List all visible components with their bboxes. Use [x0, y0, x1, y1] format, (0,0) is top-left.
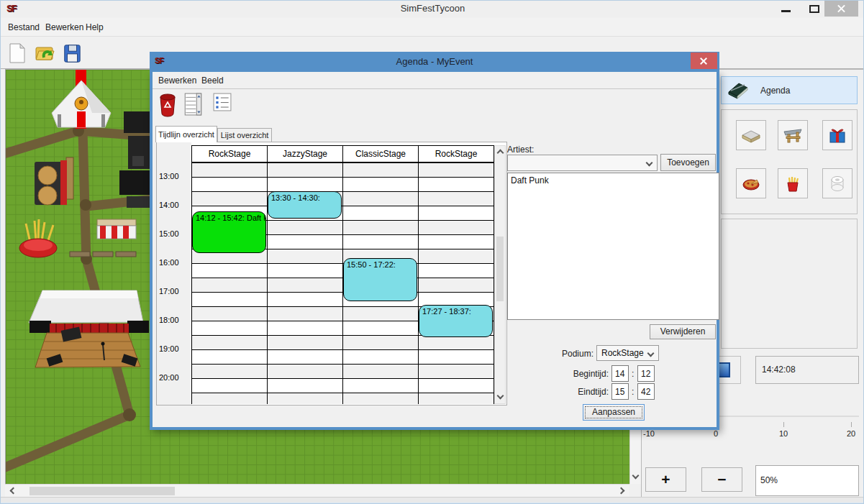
dialog-titlebar[interactable]: SF Agenda - MyEvent: [150, 52, 719, 72]
time-label: 19:00: [159, 344, 189, 353]
shop-item-pizza[interactable]: [736, 168, 766, 198]
shop-item-fries[interactable]: [778, 168, 808, 198]
open-folder-icon: [34, 42, 55, 64]
time-label: 20:00: [159, 373, 189, 382]
artist-list[interactable]: Daft Punk: [507, 173, 719, 320]
maximize-button[interactable]: [809, 5, 819, 13]
shop-items-box: [721, 109, 858, 214]
schedule-event[interactable]: 13:30 - 14:30:: [268, 191, 342, 219]
end-minute-input[interactable]: [637, 383, 655, 400]
add-artist-button[interactable]: Toevoegen: [660, 154, 716, 171]
time-label: 13:00: [159, 172, 189, 180]
dialog-close-button[interactable]: [691, 52, 717, 69]
agenda-book-icon: [727, 81, 749, 100]
artist-dropdown[interactable]: [507, 155, 658, 171]
trash-icon: [158, 93, 177, 117]
chevron-down-icon: [646, 160, 653, 167]
info-box: [721, 219, 858, 349]
remove-artist-button[interactable]: Verwijderen: [650, 324, 716, 339]
window-title: SimFestTycoon: [1, 1, 864, 17]
main-window: SF SimFestTycoon Bestand Bewerken Help: [0, 0, 864, 504]
schedule-event[interactable]: 17:27 - 18:37:: [419, 305, 493, 337]
save-button[interactable]: [60, 40, 84, 66]
new-document-icon: [7, 42, 27, 64]
schedule-scrollbar[interactable]: [494, 145, 506, 404]
event-label: 17:27 - 18:37:: [419, 306, 492, 316]
fries-icon: [783, 173, 803, 193]
chevron-down-icon: [647, 350, 655, 357]
tent: [52, 81, 111, 127]
delete-event-button[interactable]: [158, 93, 177, 117]
end-time-label: Eindtijd:: [551, 387, 609, 397]
schedule-event[interactable]: 14:12 - 15:42: Daft Punk: [192, 211, 266, 253]
artist-list-item[interactable]: Daft Punk: [508, 173, 719, 185]
scrollbar-thumb[interactable]: [496, 237, 504, 301]
schedule-body[interactable]: 14:12 - 15:42: Daft Punk13:30 - 14:30:15…: [191, 162, 494, 404]
close-button[interactable]: [824, 1, 858, 17]
pizza-icon: [741, 173, 761, 193]
time-separator: :: [632, 387, 634, 397]
begin-time-label: Begintijd:: [551, 369, 609, 379]
time-label: 16:00: [159, 258, 189, 267]
shop-item-toilet-paper[interactable]: [822, 168, 852, 198]
toilet-paper-icon: [827, 173, 847, 193]
list-view-button[interactable]: [213, 93, 232, 111]
begin-minute-input[interactable]: [637, 365, 655, 382]
stage-header: ClassicStage: [342, 145, 419, 162]
schedule-event[interactable]: 15:50 - 17:22:: [343, 258, 417, 301]
new-document-button[interactable]: [5, 40, 29, 66]
agenda-dialog: SF Agenda - MyEvent Bewerken Beeld: [150, 72, 719, 430]
slider-label: -10: [638, 429, 660, 438]
menu-help[interactable]: Help: [81, 18, 108, 37]
stage-gate-icon: [783, 125, 803, 145]
dialog-title: Agenda - MyEvent: [150, 52, 719, 72]
status-strip: [1, 497, 864, 504]
shop-item-stage-gate[interactable]: [778, 120, 808, 150]
begin-hour-input[interactable]: [611, 365, 629, 382]
dialog-menu-beeld[interactable]: Beeld: [197, 72, 228, 89]
menu-bestand[interactable]: Bestand: [4, 18, 44, 37]
time-label: 18:00: [159, 316, 189, 324]
gift-icon: [827, 125, 847, 145]
scrollbar-thumb[interactable]: [29, 487, 175, 495]
window-titlebar: SF SimFestTycoon: [1, 1, 864, 17]
podium-dropdown[interactable]: RockStage: [596, 345, 659, 361]
stage-header: RockStage: [418, 145, 494, 162]
stage-header: RockStage: [191, 145, 268, 162]
zoom-in-button[interactable]: +: [645, 467, 686, 492]
scroll-up-icon[interactable]: [497, 150, 504, 157]
scroll-down-icon[interactable]: [497, 393, 504, 400]
agenda-button[interactable]: Agenda: [721, 76, 858, 104]
shop-item-floor-tile[interactable]: [736, 120, 766, 150]
scroll-right-icon[interactable]: [618, 487, 625, 495]
slider-label: 0: [705, 429, 727, 438]
event-label: 13:30 - 14:30:: [268, 192, 341, 202]
map-horizontal-scrollbar[interactable]: [5, 484, 629, 497]
zoom-out-button[interactable]: −: [701, 467, 742, 492]
stage: [29, 290, 149, 367]
list-view-icon: [213, 93, 232, 111]
podium-value: RockStage: [601, 348, 644, 358]
floor-tile-icon: [741, 125, 761, 145]
apply-button[interactable]: Aanpassen: [583, 404, 645, 421]
end-hour-input[interactable]: [611, 383, 629, 400]
podium-label: Podium:: [536, 349, 594, 359]
open-file-button[interactable]: [32, 40, 57, 66]
timeline-view-button[interactable]: [184, 93, 203, 116]
event-label: 15:50 - 17:22:: [344, 259, 417, 269]
scroll-left-icon[interactable]: [10, 487, 17, 495]
dialog-menu-bewerken[interactable]: Bewerken: [154, 72, 201, 89]
slider-label: 10: [773, 429, 794, 438]
minimize-button[interactable]: [781, 10, 791, 12]
tab-tijdlijn-overzicht[interactable]: Tijdlijn overzicht: [155, 126, 217, 142]
tab-lijst-overzicht[interactable]: Lijst overzicht: [217, 128, 272, 142]
dialog-menubar: Bewerken Beeld: [153, 72, 717, 89]
scroll-down-icon[interactable]: [632, 472, 640, 480]
time-label: 17:00: [159, 287, 189, 295]
agenda-label: Agenda: [760, 86, 790, 96]
slider-tick: [783, 422, 784, 427]
burger-stand: [35, 157, 73, 205]
shop-item-gift[interactable]: [822, 120, 852, 150]
clock-display: 14:42:08: [755, 356, 859, 384]
time-gutter: [157, 142, 191, 405]
